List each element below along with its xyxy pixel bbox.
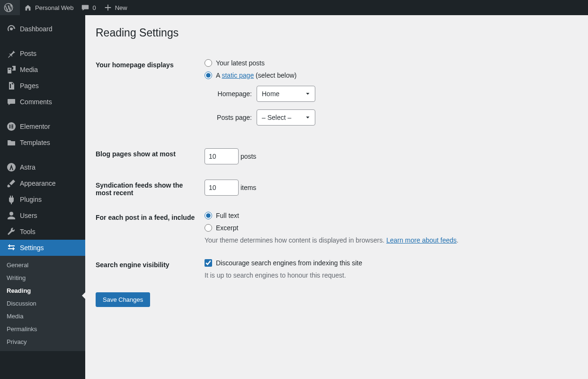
option-excerpt[interactable]: Excerpt <box>205 224 579 232</box>
sidebar-item-users[interactable]: Users <box>0 208 85 224</box>
pin-icon <box>7 49 16 58</box>
user-icon <box>7 211 16 220</box>
option-discourage[interactable]: Discourage search engines from indexing … <box>205 259 579 267</box>
subitem-discussion[interactable]: Discussion <box>0 297 85 310</box>
wp-logo[interactable] <box>0 0 20 15</box>
radio-label: A static page (select below) <box>216 72 296 79</box>
radio-latest-posts[interactable] <box>205 59 212 67</box>
sidebar-item-comments[interactable]: Comments <box>0 94 85 110</box>
option-latest-posts[interactable]: Your latest posts <box>205 59 579 67</box>
unit-label: items <box>241 184 256 191</box>
sliders-icon <box>7 243 16 253</box>
sidebar-item-label: Templates <box>20 139 50 146</box>
sidebar-item-label: Astra <box>20 163 36 171</box>
site-name[interactable]: Personal Web <box>20 0 77 15</box>
subitem-permalinks[interactable]: Permalinks <box>0 323 85 335</box>
home-icon <box>24 3 32 12</box>
sidebar-item-settings[interactable]: Settings <box>0 240 85 256</box>
main-content: Reading Settings Your homepage displays … <box>85 15 588 379</box>
field-label-feed-content: For each post in a feed, include <box>96 205 205 253</box>
feed-desc: Your theme determines how content is dis… <box>205 236 579 244</box>
sidebar-item-label: Users <box>20 212 37 219</box>
sidebar-item-posts[interactable]: Posts <box>0 45 85 62</box>
field-label-homepage: Your homepage displays <box>96 53 205 142</box>
option-full-text[interactable]: Full text <box>205 212 579 219</box>
pages-icon <box>7 81 16 90</box>
comments-count: 0 <box>92 4 96 11</box>
sidebar-item-tools[interactable]: Tools <box>0 224 85 240</box>
field-label-syndication: Syndication feeds show the most recent <box>96 173 205 205</box>
sidebar-item-label: Dashboard <box>20 25 53 33</box>
sidebar-item-label: Tools <box>20 228 36 235</box>
brush-icon <box>7 179 16 188</box>
subitem-general[interactable]: General <box>0 259 85 271</box>
static-page-selects: Homepage: Home Posts page: – Select – <box>205 86 579 126</box>
field-label-blogpages: Blog pages show at most <box>96 142 205 173</box>
sidebar-item-appearance[interactable]: Appearance <box>0 175 85 191</box>
wrench-icon <box>7 227 16 236</box>
comment-icon <box>7 97 16 107</box>
sidebar-item-label: Pages <box>20 82 39 90</box>
radio-static-page[interactable] <box>205 72 212 79</box>
sidebar-item-astra[interactable]: Astra <box>0 159 85 175</box>
radio-excerpt[interactable] <box>205 224 212 232</box>
sidebar-item-templates[interactable]: Templates <box>0 135 85 151</box>
dashboard-icon <box>7 24 16 34</box>
sidebar-item-label: Comments <box>20 98 52 106</box>
wordpress-icon <box>4 3 13 12</box>
sidebar-item-label: Settings <box>20 244 44 252</box>
radio-label: Your latest posts <box>216 59 265 67</box>
subitem-reading[interactable]: Reading <box>0 284 85 297</box>
sidebar-item-label: Appearance <box>20 180 56 187</box>
svg-rect-2 <box>11 125 13 126</box>
media-icon <box>7 65 16 74</box>
save-button[interactable]: Save Changes <box>96 292 150 307</box>
sidebar-item-label: Media <box>20 66 38 73</box>
learn-more-feeds-link[interactable]: Learn more about feeds <box>386 236 457 244</box>
svg-rect-1 <box>9 125 10 128</box>
homepage-select-label: Homepage: <box>205 90 252 98</box>
svg-rect-4 <box>11 127 13 128</box>
new-content[interactable]: New <box>100 0 131 15</box>
postspage-select-label: Posts page: <box>205 114 252 121</box>
svg-rect-3 <box>11 126 13 127</box>
page-title: Reading Settings <box>96 27 579 39</box>
sidebar-item-label: Plugins <box>20 196 42 203</box>
checkbox-discourage[interactable] <box>205 259 212 267</box>
radio-label: Full text <box>216 212 239 219</box>
admin-sidebar: Dashboard Posts Media Pages Comments Ele… <box>0 15 85 379</box>
sidebar-item-plugins[interactable]: Plugins <box>0 191 85 208</box>
postspage-select[interactable]: – Select – <box>257 109 315 126</box>
unit-label: posts <box>241 153 256 160</box>
sidebar-item-label: Elementor <box>20 123 50 130</box>
settings-submenu: General Writing Reading Discussion Media… <box>0 256 85 351</box>
subitem-writing[interactable]: Writing <box>0 271 85 284</box>
comments-link[interactable]: 0 <box>77 0 99 15</box>
site-name-label: Personal Web <box>35 4 73 11</box>
radio-full-text[interactable] <box>205 212 212 219</box>
comment-icon <box>81 3 89 12</box>
plugin-icon <box>7 195 16 204</box>
sev-desc: It is up to search engines to honour thi… <box>205 271 579 279</box>
sidebar-item-media[interactable]: Media <box>0 62 85 78</box>
blog-pages-input[interactable] <box>205 148 239 164</box>
subitem-privacy[interactable]: Privacy <box>0 335 85 348</box>
radio-label: Excerpt <box>216 224 238 232</box>
sidebar-item-label: Posts <box>20 50 36 57</box>
astra-icon <box>7 162 16 172</box>
admin-bar: Personal Web 0 New <box>0 0 588 15</box>
option-static-page[interactable]: A static page (select below) <box>205 72 579 79</box>
homepage-select[interactable]: Home <box>257 86 315 102</box>
sidebar-item-pages[interactable]: Pages <box>0 78 85 94</box>
plus-icon <box>104 3 112 12</box>
syndication-input[interactable] <box>205 180 239 196</box>
checkbox-label: Discourage search engines from indexing … <box>216 259 362 267</box>
subitem-media[interactable]: Media <box>0 310 85 323</box>
sidebar-item-elementor[interactable]: Elementor <box>0 118 85 135</box>
field-label-sev: Search engine visibility <box>96 253 205 288</box>
static-page-link[interactable]: static page <box>222 72 254 79</box>
new-label: New <box>115 4 127 11</box>
sidebar-item-dashboard[interactable]: Dashboard <box>0 21 85 37</box>
elementor-icon <box>7 122 16 131</box>
folder-icon <box>7 138 16 147</box>
